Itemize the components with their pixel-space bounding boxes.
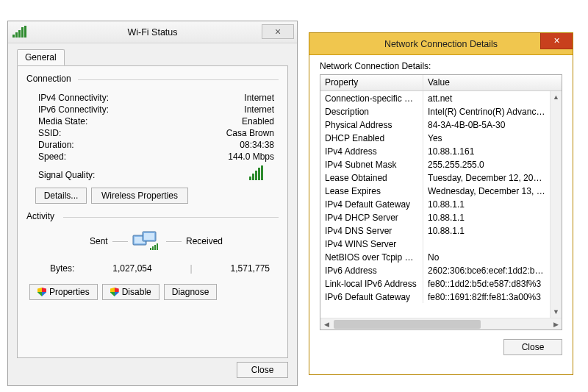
bytes-divider: | bbox=[190, 263, 193, 274]
bytes-label: Bytes: bbox=[50, 263, 74, 274]
scrollbar-thumb[interactable] bbox=[334, 320, 481, 329]
ncd-title: Network Connection Details bbox=[384, 39, 498, 49]
value-cell: 84-3A-4B-0B-5A-30 bbox=[423, 118, 550, 131]
value-cell: Yes bbox=[423, 131, 550, 144]
table-row[interactable]: DHCP EnabledYes bbox=[320, 131, 550, 144]
bytes-received-value: 1,571,775 bbox=[231, 263, 270, 274]
ipv4-connectivity-row: IPv4 Connectivity:Internet bbox=[26, 92, 279, 104]
wifi-footer: Close bbox=[237, 362, 288, 378]
svg-rect-4 bbox=[150, 248, 151, 250]
details-button[interactable]: Details... bbox=[35, 188, 87, 204]
ncd-titlebar[interactable]: Network Connection Details × bbox=[309, 33, 573, 55]
table-row[interactable]: IPv4 DNS Server10.88.1.1 bbox=[320, 224, 550, 237]
table-row[interactable]: Link-local IPv6 Addressfe80::1dd2:b5d:e5… bbox=[320, 277, 550, 290]
network-monitors-icon bbox=[132, 231, 162, 252]
table-row[interactable]: IPv4 Default Gateway10.88.1.1 bbox=[320, 197, 550, 210]
property-cell: IPv4 Address bbox=[320, 144, 423, 157]
diagnose-button[interactable]: Diagnose bbox=[164, 284, 218, 300]
value-cell: Intel(R) Centrino(R) Advanced-N 6205 bbox=[423, 104, 550, 118]
table-row[interactable]: IPv6 Default Gatewayfe80::1691:82ff:fe81… bbox=[320, 290, 550, 303]
divider bbox=[78, 79, 279, 80]
bytes-sent-value: 1,027,054 bbox=[112, 263, 151, 274]
value-cell: 2602:306:bce6:ecef:1dd2:b5d:e587:c bbox=[423, 263, 550, 277]
wifi-title: Wi-Fi Status bbox=[127, 27, 177, 38]
disable-button[interactable]: Disable bbox=[102, 284, 159, 300]
shield-icon bbox=[37, 288, 46, 296]
value-cell: 10.88.1.1 bbox=[423, 210, 550, 224]
activity-group-label: Activity bbox=[26, 211, 279, 221]
ncd-list-label: Network Connection Details: bbox=[320, 61, 562, 71]
value-cell: Tuesday, December 12, 2017 4:55:25 bbox=[423, 171, 550, 184]
svg-rect-6 bbox=[154, 245, 156, 250]
ncd-rows: Connection-specific DN...att.netDescript… bbox=[320, 91, 550, 318]
divider bbox=[112, 241, 128, 242]
value-cell: 10.88.1.161 bbox=[423, 144, 550, 157]
wifi-signal-icon bbox=[12, 26, 27, 38]
table-row[interactable]: DescriptionIntel(R) Centrino(R) Advanced… bbox=[320, 104, 550, 118]
wifi-status-window: Wi-Fi Status × General Connection IPv4 C… bbox=[7, 21, 298, 386]
property-cell: IPv4 Default Gateway bbox=[320, 197, 423, 210]
svg-rect-7 bbox=[157, 243, 158, 250]
property-cell: Link-local IPv6 Address bbox=[320, 277, 423, 290]
col-value[interactable]: Value bbox=[423, 75, 562, 90]
property-cell: Connection-specific DN... bbox=[320, 91, 423, 104]
property-cell: IPv4 Subnet Mask bbox=[320, 157, 423, 171]
property-cell: IPv6 Default Gateway bbox=[320, 290, 423, 303]
value-cell: 10.88.1.1 bbox=[423, 197, 550, 210]
network-connection-details-window: Network Connection Details × Network Con… bbox=[309, 32, 573, 375]
table-row[interactable]: NetBIOS over Tcpip En...No bbox=[320, 250, 550, 263]
table-row[interactable]: IPv4 DHCP Server10.88.1.1 bbox=[320, 210, 550, 224]
shield-icon bbox=[110, 288, 119, 296]
table-row[interactable]: Lease ExpiresWednesday, December 13, 201… bbox=[320, 184, 550, 197]
property-cell: IPv4 DNS Server bbox=[320, 224, 423, 237]
table-row[interactable]: IPv6 Address2602:306:bce6:ecef:1dd2:b5d:… bbox=[320, 263, 550, 277]
divider bbox=[63, 217, 279, 218]
activity-header-row: Sent bbox=[38, 231, 274, 252]
scroll-right-icon[interactable]: ▶ bbox=[550, 318, 562, 330]
value-cell: No bbox=[423, 250, 550, 263]
tabstrip: General bbox=[17, 49, 288, 65]
property-cell: Lease Expires bbox=[320, 184, 423, 197]
sent-label: Sent bbox=[90, 236, 108, 246]
table-row[interactable]: Physical Address84-3A-4B-0B-5A-30 bbox=[320, 118, 550, 131]
close-button[interactable]: Close bbox=[237, 362, 288, 378]
value-cell: 255.255.255.0 bbox=[423, 157, 550, 171]
bottom-buttons: Properties Disable Diagnose bbox=[26, 274, 279, 300]
table-row[interactable]: IPv4 Address10.88.1.161 bbox=[320, 144, 550, 157]
close-button[interactable]: Close bbox=[503, 339, 562, 355]
scroll-down-icon[interactable]: ▼ bbox=[551, 306, 562, 318]
wifi-body: General Connection IPv4 Connectivity:Int… bbox=[8, 43, 297, 366]
ncd-table-header[interactable]: Property Value bbox=[320, 75, 562, 91]
property-cell: Physical Address bbox=[320, 118, 423, 131]
svg-rect-3 bbox=[144, 233, 154, 240]
value-cell: fe80::1dd2:b5d:e587:d83f%3 bbox=[423, 277, 550, 290]
table-row[interactable]: IPv4 Subnet Mask255.255.255.0 bbox=[320, 157, 550, 171]
ncd-footer: Close bbox=[320, 330, 562, 355]
wifi-titlebar[interactable]: Wi-Fi Status × bbox=[8, 21, 297, 43]
property-cell: IPv4 WINS Server bbox=[320, 237, 423, 250]
value-cell: fe80::1691:82ff:fe81:3a00%3 bbox=[423, 290, 550, 303]
media-state-row: Media State:Enabled bbox=[26, 115, 279, 127]
speed-row: Speed:144.0 Mbps bbox=[26, 151, 279, 163]
value-cell: 10.88.1.1 bbox=[423, 224, 550, 237]
close-icon[interactable]: × bbox=[540, 33, 573, 49]
connection-group-label: Connection bbox=[26, 74, 279, 84]
tab-general[interactable]: General bbox=[17, 49, 65, 65]
vertical-scrollbar[interactable]: ▲ ▼ bbox=[550, 91, 562, 318]
ncd-body: Network Connection Details: Property Val… bbox=[309, 55, 573, 374]
table-row[interactable]: Lease ObtainedTuesday, December 12, 2017… bbox=[320, 171, 550, 184]
tabpage-general: Connection IPv4 Connectivity:Internet IP… bbox=[17, 65, 288, 358]
scroll-left-icon[interactable]: ◀ bbox=[320, 318, 332, 330]
col-property[interactable]: Property bbox=[320, 75, 423, 90]
close-icon[interactable]: × bbox=[262, 24, 294, 39]
property-cell: IPv4 DHCP Server bbox=[320, 210, 423, 224]
table-row[interactable]: Connection-specific DN...att.net bbox=[320, 91, 550, 104]
divider bbox=[166, 241, 182, 242]
scroll-up-icon[interactable]: ▲ bbox=[551, 91, 562, 103]
property-cell: Lease Obtained bbox=[320, 171, 423, 184]
wireless-properties-button[interactable]: Wireless Properties bbox=[91, 188, 188, 204]
table-row[interactable]: IPv4 WINS Server bbox=[320, 237, 550, 250]
properties-button[interactable]: Properties bbox=[29, 284, 98, 300]
horizontal-scrollbar[interactable]: ◀ ▶ bbox=[320, 318, 562, 329]
bytes-row: Bytes: 1,027,054 | 1,571,775 bbox=[38, 252, 274, 274]
